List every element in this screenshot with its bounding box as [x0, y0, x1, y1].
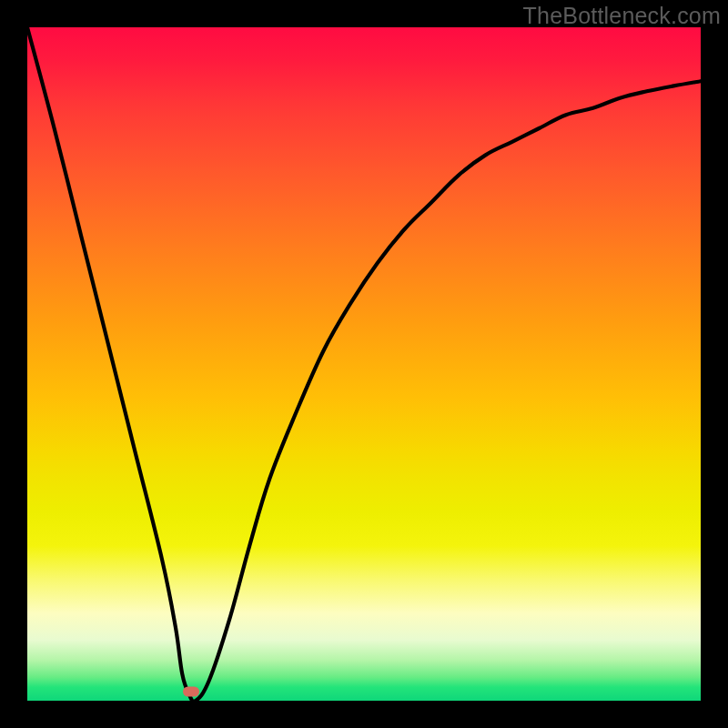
watermark-text: TheBottleneck.com	[523, 3, 721, 29]
curve-svg	[27, 27, 701, 701]
bottleneck-curve	[27, 27, 701, 701]
chart-frame: TheBottleneck.com	[0, 0, 728, 728]
plot-area	[27, 27, 701, 701]
optimal-marker	[183, 687, 199, 697]
